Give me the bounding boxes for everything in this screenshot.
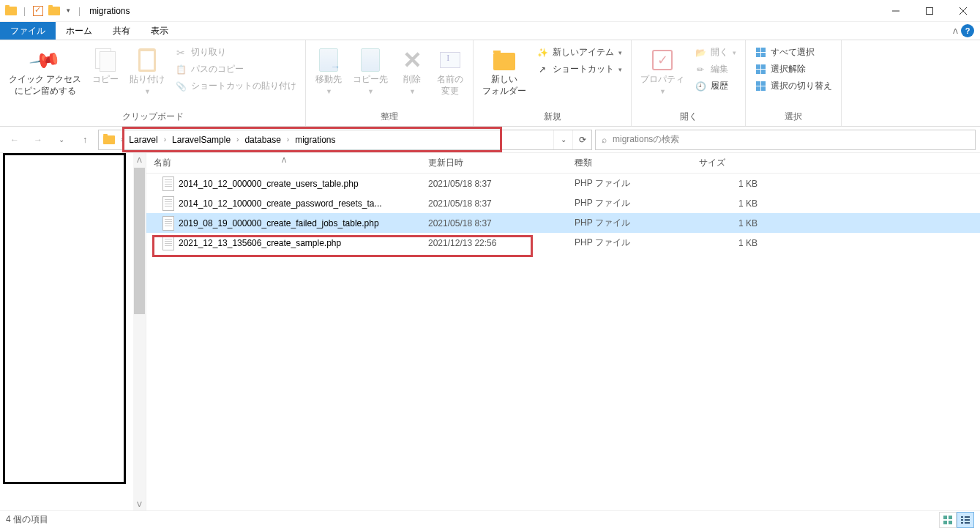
sidebar-redaction <box>3 153 126 484</box>
edit-button[interactable]: ✏編集 <box>690 62 741 77</box>
select-invert-button[interactable]: 選択の切り替え <box>750 78 837 94</box>
sort-asc-icon: ᐱ <box>282 157 286 164</box>
new-folder-button[interactable]: 新しい フォルダー <box>478 43 531 100</box>
qat-dropdown-icon[interactable]: ▼ <box>64 7 72 14</box>
tab-view[interactable]: 表示 <box>141 22 179 40</box>
file-row[interactable]: 2014_10_12_000000_create_users_table.php… <box>146 174 980 193</box>
copy-button[interactable]: コピー <box>87 43 124 89</box>
select-none-button[interactable]: 選択解除 <box>750 62 837 77</box>
crumb-sep-icon[interactable]: › <box>119 135 124 144</box>
refresh-button[interactable]: ⟳ <box>572 130 591 149</box>
cut-button[interactable]: ✂切り取り <box>171 45 301 60</box>
delete-icon: ✕ <box>403 46 422 74</box>
file-row[interactable]: 2021_12_13_135606_create_sample.php2021/… <box>146 233 980 253</box>
search-icon: ⌕ <box>602 135 607 145</box>
move-to-button[interactable]: 移動先▼ <box>310 43 347 100</box>
file-type: PHP ファイル <box>567 237 692 249</box>
svg-rect-12 <box>961 522 963 524</box>
qat-folder-icon[interactable] <box>48 4 61 18</box>
file-list: 2014_10_12_000000_create_users_table.php… <box>146 174 980 510</box>
file-type: PHP ファイル <box>567 177 692 190</box>
maximize-button[interactable] <box>913 0 946 22</box>
collapse-ribbon-icon[interactable]: ᐱ <box>953 27 958 35</box>
file-size: 1 KB <box>692 198 765 209</box>
back-button[interactable]: ← <box>4 130 25 150</box>
new-item-button[interactable]: ✨新しいアイテム ▾ <box>532 45 626 60</box>
breadcrumb-segment[interactable]: migrations <box>291 135 340 145</box>
address-dropdown[interactable]: ⌄ <box>553 130 572 149</box>
breadcrumb-segment[interactable]: LaravelSample <box>168 135 235 145</box>
file-name: 2019_08_19_000000_create_failed_jobs_tab… <box>179 218 379 228</box>
file-icon <box>162 176 174 191</box>
clipboard-group-label: クリップボード <box>4 109 301 126</box>
crumb-sep-icon[interactable]: › <box>235 135 240 144</box>
breadcrumb-segment[interactable]: database <box>240 135 285 145</box>
column-size[interactable]: サイズ <box>692 157 765 169</box>
file-row[interactable]: 2014_10_12_100000_create_password_resets… <box>146 193 980 213</box>
file-row[interactable]: 2019_08_19_000000_create_failed_jobs_tab… <box>146 213 980 233</box>
window-title: migrations <box>89 6 130 16</box>
paste-button[interactable]: 貼り付け▼ <box>125 43 169 100</box>
crumb-sep-icon[interactable]: › <box>285 135 291 144</box>
minimize-button[interactable] <box>879 0 913 22</box>
copy-path-button[interactable]: 📋パスのコピー <box>171 62 301 77</box>
organize-group-label: 整理 <box>310 109 468 126</box>
rename-icon <box>440 52 460 68</box>
file-size: 1 KB <box>692 218 765 228</box>
up-button[interactable]: ↑ <box>75 130 95 150</box>
title-bar: | ▼ | migrations <box>0 0 980 22</box>
ribbon: 📌 クイック アクセス にピン留めする コピー 貼り付け▼ ✂切り取り 📋パスの… <box>0 40 980 127</box>
paste-shortcut-button[interactable]: 📎ショートカットの貼り付け <box>171 78 301 94</box>
delete-button[interactable]: ✕ 削除▼ <box>394 43 430 100</box>
navigation-pane[interactable]: ᐱ ᐯ <box>0 153 146 510</box>
breadcrumb-segment[interactable]: Laravel <box>124 135 162 145</box>
content-area: ᐱ ᐯ ᐱ 名前 更新日時 種類 サイズ 2014_10_12_000000_c… <box>0 153 980 510</box>
search-box[interactable]: ⌕ migrationsの検索 <box>595 130 976 150</box>
close-button[interactable] <box>946 0 980 22</box>
recent-button[interactable]: ⌄ <box>51 130 72 150</box>
qat-check-icon[interactable] <box>31 4 45 18</box>
address-row: ← → ⌄ ↑ ›Laravel›LaravelSample›database›… <box>0 127 980 153</box>
sidebar-scrollbar[interactable]: ᐱ ᐯ <box>133 153 146 510</box>
select-all-button[interactable]: すべて選択 <box>750 45 837 60</box>
history-button[interactable]: 🕘履歴 <box>690 78 741 94</box>
svg-rect-11 <box>965 519 970 521</box>
crumb-sep-icon[interactable]: › <box>162 135 168 144</box>
help-icon[interactable]: ? <box>961 24 974 37</box>
details-icon <box>961 516 970 524</box>
file-icon <box>162 236 174 250</box>
column-type[interactable]: 種類 <box>567 157 692 169</box>
rename-button[interactable]: 名前の 変更 <box>432 43 468 100</box>
svg-rect-6 <box>943 521 947 524</box>
svg-rect-5 <box>949 516 952 519</box>
scroll-thumb[interactable] <box>134 168 145 314</box>
edit-icon: ✏ <box>695 64 706 75</box>
tab-file[interactable]: ファイル <box>0 22 56 40</box>
new-shortcut-button[interactable]: ↗ショートカット ▾ <box>532 62 626 77</box>
tab-strip: ファイル ホーム 共有 表示 ᐱ ? <box>0 22 980 40</box>
file-type: PHP ファイル <box>567 197 692 209</box>
forward-button[interactable]: → <box>28 130 48 150</box>
pin-quick-access-button[interactable]: 📌 クイック アクセス にピン留めする <box>4 43 86 100</box>
select-none-icon <box>755 64 766 75</box>
tab-share[interactable]: 共有 <box>102 22 141 40</box>
view-details-button[interactable] <box>957 512 974 528</box>
scroll-down-icon[interactable]: ᐯ <box>133 497 146 510</box>
open-button[interactable]: 📂開く ▾ <box>690 45 741 60</box>
file-name: 2021_12_13_135606_create_sample.php <box>179 238 341 248</box>
tab-home[interactable]: ホーム <box>56 22 102 40</box>
properties-button[interactable]: ✓ プロパティ▼ <box>636 43 689 100</box>
address-bar[interactable]: ›Laravel›LaravelSample›database›migratio… <box>98 130 592 150</box>
view-thumbnails-button[interactable] <box>939 512 957 528</box>
new-group-label: 新規 <box>478 109 626 126</box>
scroll-up-icon[interactable]: ᐱ <box>133 153 146 166</box>
select-group-label: 選択 <box>750 109 837 126</box>
file-name: 2014_10_12_100000_create_password_resets… <box>179 198 382 209</box>
status-bar: 4 個の項目 <box>0 510 980 528</box>
file-date: 2021/05/18 8:37 <box>421 218 567 228</box>
copy-to-button[interactable]: コピー先▼ <box>348 43 392 100</box>
column-date[interactable]: 更新日時 <box>421 157 567 169</box>
file-date: 2021/12/13 22:56 <box>421 238 567 248</box>
column-name[interactable]: ᐱ 名前 <box>146 157 421 169</box>
file-name: 2014_10_12_000000_create_users_table.php <box>179 179 359 189</box>
